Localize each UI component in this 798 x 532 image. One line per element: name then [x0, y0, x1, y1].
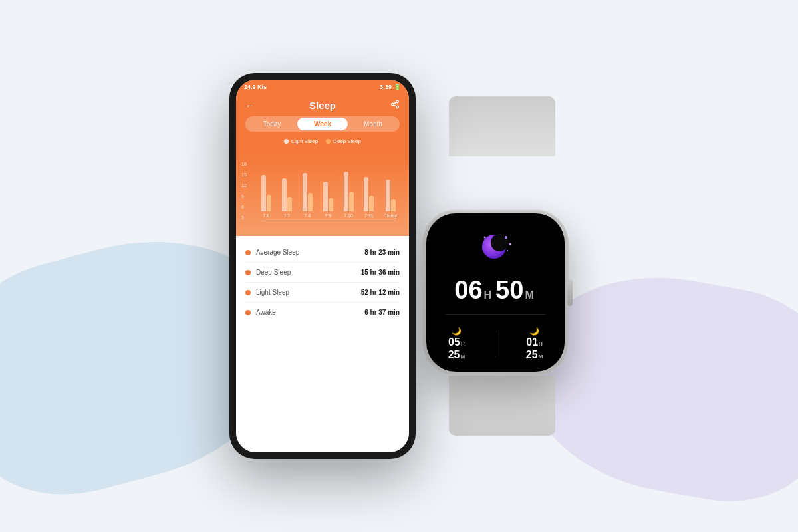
period-tabs: Today Week Month: [245, 116, 400, 132]
svg-point-7: [505, 236, 507, 239]
tab-week[interactable]: Week: [297, 118, 348, 130]
svg-point-2: [396, 106, 399, 108]
page-title: Sleep: [309, 100, 336, 111]
watch-body: 06 H 50 M 🌙 05 H: [422, 209, 569, 376]
y-label-6: 6: [241, 205, 247, 209]
stat-value-average: 8 hr 23 min: [364, 249, 400, 256]
chart-bars: 7.6 7.7 7.8: [256, 162, 402, 218]
watch-sub1-hour-unit: H: [461, 341, 465, 347]
chart-legend: Light Sleep Deep Sleep: [245, 138, 400, 144]
share-icon[interactable]: [390, 100, 400, 111]
watch-sub-times: 🌙 05 H 25 M 🌙: [433, 327, 558, 364]
chart-y-axis: 18 15 12 9 6 3: [241, 162, 247, 220]
moon-icon: [475, 225, 515, 268]
watch-hour-unit: H: [484, 289, 492, 301]
svg-point-8: [509, 243, 511, 245]
statusbar-left: 24.9 K/s: [244, 84, 267, 90]
watch-crown: [567, 279, 573, 306]
watch-vertical-divider: [495, 331, 495, 357]
watch-sub2-minute-unit: M: [539, 354, 543, 360]
stat-dot-awake: [245, 310, 251, 315]
watch-band-bottom: [449, 376, 555, 436]
watch-moon-right: 🌙: [529, 327, 539, 336]
statusbar-right: 3:39 🔋: [380, 84, 401, 90]
svg-point-0: [396, 100, 399, 103]
watch-container: 06 H 50 M 🌙 05 H: [436, 96, 569, 436]
status-speed: 24.9 K/s: [244, 84, 267, 90]
chart-divider: [261, 221, 396, 221]
stat-awake: Awake 6 hr 37 min: [245, 303, 400, 322]
legend-deep-label: Deep Sleep: [333, 138, 361, 144]
legend-deep-sleep: Deep Sleep: [326, 138, 361, 144]
watch-main-time: 06 H 50 M: [454, 277, 536, 303]
bar-76: 7.6: [261, 175, 271, 218]
stat-label-average: Average Sleep: [256, 249, 299, 256]
stat-dot-deep: [245, 270, 251, 275]
svg-line-4: [394, 102, 396, 104]
phone-nav: ← Sleep: [245, 100, 400, 111]
stat-label-deep: Deep Sleep: [256, 269, 291, 276]
bar-77: 7.7: [282, 178, 292, 218]
stat-label-light: Light Sleep: [256, 289, 289, 296]
svg-point-10: [507, 250, 508, 251]
y-label-9: 9: [241, 194, 247, 199]
stat-value-awake: 6 hr 37 min: [364, 309, 400, 316]
legend-deep-dot: [326, 139, 331, 144]
watch-sub-right: 🌙 01 H 25 M: [526, 327, 543, 361]
watch-screen: 06 H 50 M 🌙 05 H: [426, 213, 565, 372]
watch-moon-left: 🌙: [452, 327, 462, 336]
legend-light-sleep: Light Sleep: [284, 138, 318, 144]
watch-minute-unit: M: [525, 289, 533, 301]
stat-value-light: 52 hr 12 min: [361, 289, 400, 296]
svg-point-1: [392, 103, 394, 106]
bar-78: 7.8: [303, 173, 313, 218]
watch-divider: [446, 314, 545, 315]
devices-container: 24.9 K/s 3:39 🔋 ← Sleep: [229, 73, 569, 459]
watch-sub1-minute: 25: [448, 349, 460, 361]
phone: 24.9 K/s 3:39 🔋 ← Sleep: [229, 73, 416, 459]
y-label-18: 18: [241, 162, 247, 166]
stat-dot-average: [245, 250, 251, 255]
bar-today: Today: [384, 180, 397, 218]
watch-hour: 06: [454, 277, 482, 303]
watch-sub2-hour: 01: [526, 336, 538, 348]
stat-average-sleep: Average Sleep 8 hr 23 min: [245, 243, 400, 263]
status-bar: 24.9 K/s 3:39 🔋: [236, 80, 409, 94]
tab-today[interactable]: Today: [247, 118, 297, 130]
watch: 06 H 50 M 🌙 05 H: [422, 209, 569, 376]
svg-point-9: [484, 237, 486, 239]
y-label-12: 12: [241, 183, 247, 188]
back-icon[interactable]: ←: [245, 100, 255, 111]
bar-711: 7.11: [364, 177, 374, 218]
watch-sub2-hour-unit: H: [539, 341, 543, 347]
svg-line-3: [394, 105, 396, 106]
stat-value-deep: 15 hr 36 min: [361, 269, 400, 276]
y-label-15: 15: [241, 172, 247, 177]
watch-sub-left: 🌙 05 H 25 M: [448, 327, 465, 361]
watch-minute: 50: [495, 277, 523, 303]
bar-710: 7.10: [344, 172, 354, 218]
bar-79: 7.9: [323, 182, 333, 218]
tab-month[interactable]: Month: [348, 118, 398, 130]
battery-icon: 🔋: [394, 84, 401, 90]
stat-light-sleep: Light Sleep 52 hr 12 min: [245, 283, 400, 303]
legend-light-label: Light Sleep: [291, 138, 318, 144]
watch-band-top: [449, 96, 555, 156]
stat-deep-sleep: Deep Sleep 15 hr 36 min: [245, 263, 400, 283]
status-time: 3:39: [380, 84, 392, 90]
stat-label-awake: Awake: [256, 309, 276, 316]
watch-sub2-minute: 25: [526, 349, 538, 361]
sleep-stats: Average Sleep 8 hr 23 min Deep Sleep 15 …: [236, 236, 409, 452]
watch-sub1-hour: 05: [448, 336, 460, 348]
phone-screen: 24.9 K/s 3:39 🔋 ← Sleep: [236, 80, 409, 452]
stat-dot-light: [245, 290, 251, 295]
phone-header: ← Sleep Today Week Month: [236, 94, 409, 156]
legend-light-dot: [284, 139, 289, 144]
watch-sub1-minute-unit: M: [460, 354, 465, 360]
sleep-chart: 18 15 12 9 6 3 7.6: [236, 156, 409, 236]
y-label-3: 3: [241, 215, 247, 220]
